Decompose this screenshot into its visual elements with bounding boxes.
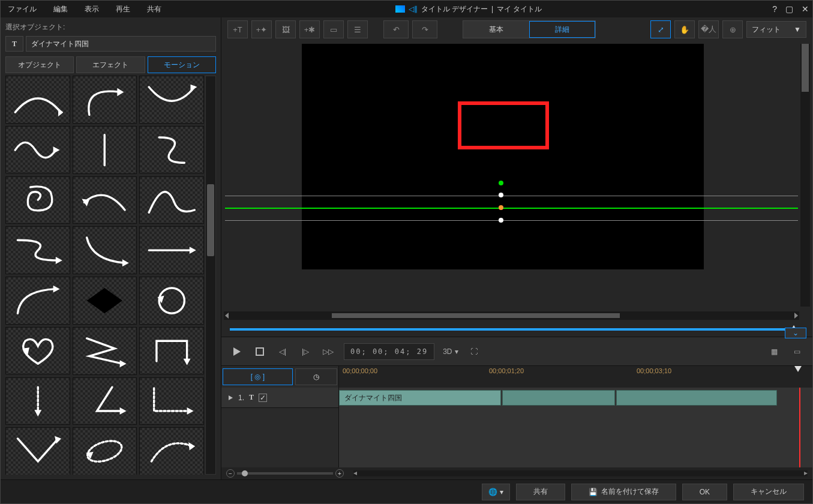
preset-corner-dashed[interactable] <box>139 377 204 425</box>
fast-forward-icon[interactable]: ▷▷ <box>321 344 335 359</box>
svg-marker-19 <box>120 407 127 415</box>
timeline-hscroll[interactable] <box>353 470 808 476</box>
close-icon[interactable]: ✕ <box>802 4 809 14</box>
layers-icon[interactable]: ☰ <box>347 20 368 38</box>
ok-button[interactable]: OK <box>682 484 727 500</box>
object-text-input[interactable]: ダイナマイト四国 <box>26 36 216 52</box>
menu-play[interactable]: 再生 <box>112 3 134 16</box>
preset-spiral[interactable] <box>5 176 70 224</box>
add-particle-icon[interactable]: +✦ <box>251 20 272 38</box>
preset-arc-return[interactable] <box>73 176 137 224</box>
preset-wave[interactable] <box>5 126 70 174</box>
preset-diamond[interactable] <box>73 277 137 325</box>
clock-mode-button[interactable]: ◷ <box>295 368 337 385</box>
3d-toggle[interactable]: 3D ▾ <box>443 344 458 359</box>
preset-s-curve[interactable] <box>139 126 204 174</box>
preview-canvas[interactable] <box>302 44 704 269</box>
preset-v-path[interactable] <box>5 427 70 475</box>
preview-progress[interactable] <box>230 328 794 331</box>
timecode-display[interactable]: 00; 00; 04; 29 <box>344 343 434 360</box>
tab-motion[interactable]: モーション <box>148 56 216 73</box>
preview-hscroll[interactable] <box>224 311 799 320</box>
svg-marker-18 <box>34 410 41 417</box>
preset-quarter-arc[interactable] <box>5 277 70 325</box>
safe-zone-icon[interactable]: ▭ <box>790 344 804 359</box>
zoom-out-icon[interactable]: �人 <box>698 20 719 38</box>
selection-box[interactable] <box>458 101 549 149</box>
timeline-zoom[interactable]: − + <box>226 469 344 478</box>
help-icon[interactable]: ? <box>772 4 777 14</box>
timeline-ruler[interactable]: 00;00;00;00 00;00;01;20 00;00;03;10 <box>339 366 812 388</box>
keyframe-dot[interactable] <box>499 218 503 223</box>
preset-rebound[interactable] <box>73 377 137 425</box>
menu-file[interactable]: ファイル <box>4 3 40 16</box>
menu-edit[interactable]: 編集 <box>50 3 71 16</box>
timeline-clips-area[interactable]: ダイナマイト四国 <box>339 388 812 467</box>
add-sparkle-icon[interactable]: +✱ <box>299 20 320 38</box>
preset-zigzag[interactable] <box>73 327 137 375</box>
svg-marker-33 <box>233 347 241 356</box>
track-header[interactable]: 1. T ✓ <box>221 388 338 408</box>
svg-point-12 <box>159 288 184 313</box>
svg-marker-35 <box>229 395 233 400</box>
keyframe-dot[interactable] <box>499 193 503 197</box>
next-frame-icon[interactable]: |▷ <box>298 344 313 359</box>
redo-icon[interactable]: ↷ <box>412 20 437 38</box>
zoom-in-icon[interactable]: + <box>335 469 344 478</box>
preview-vscroll[interactable] <box>800 44 810 307</box>
save-as-button[interactable]: 💾名前を付けて保存 <box>571 484 676 500</box>
snap-icon[interactable]: ▦ <box>767 344 781 359</box>
clip[interactable]: ダイナマイト四国 <box>339 390 501 406</box>
preset-hump[interactable] <box>139 176 204 224</box>
mode-advanced[interactable]: 詳細 <box>529 21 595 38</box>
svg-rect-34 <box>256 348 263 355</box>
fullscreen-icon[interactable]: ⛶ <box>467 344 481 359</box>
maximize-icon[interactable]: ▢ <box>785 4 793 14</box>
cloud-icon[interactable]: 🌐 ▾ <box>482 484 509 500</box>
pan-tool-icon[interactable]: ✋ <box>674 20 695 38</box>
menu-view[interactable]: 表示 <box>81 3 103 16</box>
preset-circle-cw[interactable] <box>139 277 204 325</box>
motion-path[interactable] <box>225 208 798 209</box>
preset-arc-right[interactable] <box>73 76 137 124</box>
preset-s-arrow[interactable] <box>5 226 70 274</box>
preview-area[interactable] <box>221 41 812 337</box>
mode-basic[interactable]: 基本 <box>463 21 529 38</box>
preset-arc-up[interactable] <box>139 76 204 124</box>
move-tool-icon[interactable]: ⤢ <box>650 20 671 38</box>
zoom-out-icon[interactable]: − <box>226 469 235 478</box>
menu-share[interactable]: 共有 <box>143 3 165 16</box>
preset-arc-down[interactable] <box>5 76 70 124</box>
preset-diag-down[interactable] <box>73 226 137 274</box>
track-visible-checkbox[interactable]: ✓ <box>259 394 267 402</box>
add-text-icon[interactable]: +T <box>227 20 248 38</box>
prev-frame-icon[interactable]: ◁| <box>275 344 290 359</box>
clip[interactable] <box>502 390 615 406</box>
keyframe-mode-button[interactable]: [ ◎ ] <box>223 368 293 385</box>
zoom-in-icon[interactable]: ⊕ <box>722 20 743 38</box>
preset-heart[interactable] <box>5 327 70 375</box>
preset-horizontal[interactable] <box>139 226 204 274</box>
preset-ellipse-dashed[interactable] <box>73 427 137 475</box>
expand-icon[interactable]: ⌄ <box>785 328 806 338</box>
preset-curve-dashed[interactable] <box>139 427 204 475</box>
clip[interactable] <box>616 390 777 406</box>
keyframe-dot[interactable] <box>499 205 503 210</box>
presets-scrollbar[interactable] <box>205 76 216 475</box>
add-image-icon[interactable]: 🖼 <box>275 20 296 38</box>
preset-square-path[interactable] <box>139 327 204 375</box>
tab-object[interactable]: オブジェクト <box>5 56 74 73</box>
fit-dropdown[interactable]: フィット▼ <box>746 21 806 38</box>
svg-marker-7 <box>122 259 129 266</box>
play-icon[interactable] <box>230 344 244 359</box>
stop-icon[interactable] <box>253 344 267 359</box>
cancel-button[interactable]: キャンセル <box>733 484 804 500</box>
undo-icon[interactable]: ↶ <box>383 20 409 38</box>
keyframe-dot[interactable] <box>499 181 503 185</box>
add-box-icon[interactable]: ▭ <box>323 20 344 38</box>
preset-dashed-down[interactable] <box>5 377 70 425</box>
preset-vertical[interactable] <box>73 126 137 174</box>
tab-effect[interactable]: エフェクト <box>76 56 145 73</box>
share-button[interactable]: 共有 <box>516 484 565 500</box>
svg-marker-5 <box>82 199 89 207</box>
